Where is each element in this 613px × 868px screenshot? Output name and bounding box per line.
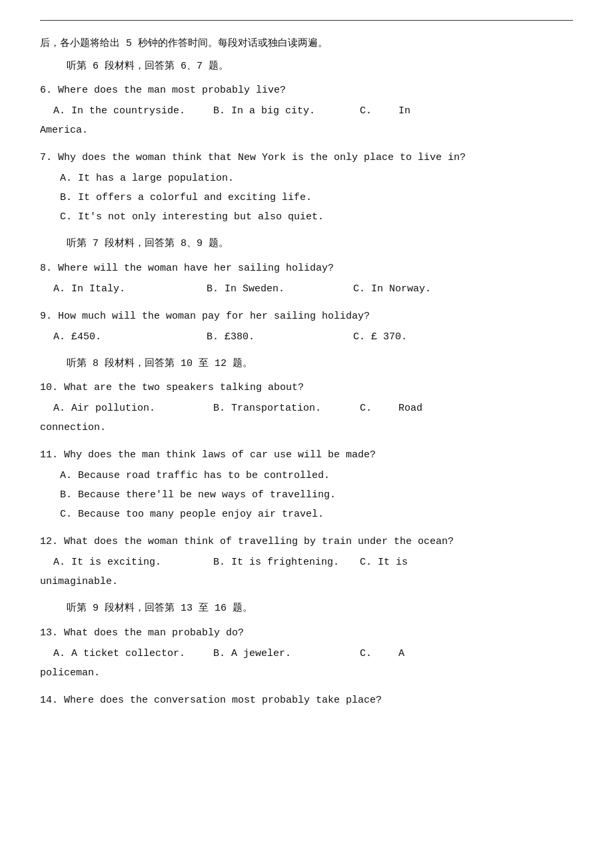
section-header: 听第 6 段材料，回答第 6、7 题。 [67,58,573,75]
question-block: 8. Where will the woman have her sailing… [40,259,573,298]
options-row: A. It is exciting.B. It is frightening.C… [40,553,573,571]
question-line: 9. How much will the woman pay for her s… [40,307,573,325]
continuation: America. [40,121,573,139]
option-block: C. It's not only interesting but also qu… [60,208,573,226]
option-block: A. Because road traffic has to be contro… [60,467,573,485]
option-block: B. It offers a colorful and exciting lif… [60,189,573,207]
question-block: 9. How much will the woman pay for her s… [40,307,573,346]
option-a: A. Air pollution. [53,399,213,417]
option-overflow: A [398,645,404,663]
continuation: policeman. [40,664,573,682]
option-block: B. Because there'll be new ways of trave… [60,486,573,504]
option: C. £ 370. [353,328,453,346]
option: B. £380. [207,328,353,346]
question-block: 7. Why does the woman think that New Yor… [40,149,573,226]
option-c: C. [360,399,372,417]
main-content: 听第 6 段材料，回答第 6、7 题。6. Where does the man… [40,58,573,709]
option: C. In Norway. [353,280,453,298]
question-line: 11. Why does the man think laws of car u… [40,446,573,464]
options-row: A. £450.B. £380.C. £ 370. [40,328,573,346]
question-block: 12. What does the woman think of travell… [40,533,573,591]
option-c: C. It is [360,553,408,571]
options-row: A. Air pollution.B. Transportation.C.Roa… [40,399,573,417]
options-row: A. In Italy.B. In Sweden.C. In Norway. [40,280,573,298]
option: B. In Sweden. [207,280,353,298]
continuation: connection. [40,419,573,437]
option-a: A. A ticket collector. [53,645,213,663]
section-header: 听第 7 段材料，回答第 8、9 题。 [67,235,573,253]
top-divider [40,20,573,21]
question-line: 7. Why does the woman think that New Yor… [40,149,573,167]
option-block: A. It has a large population. [60,169,573,187]
option-b: B. It is frightening. [213,553,360,571]
intro-text: 后，各小题将给出 5 秒钟的作答时间。每段对话或独白读两遍。 [40,35,573,53]
option-b: B. A jeweler. [213,645,360,663]
question-block: 11. Why does the man think laws of car u… [40,446,573,523]
continuation: unimaginable. [40,573,573,591]
question-line: 8. Where will the woman have her sailing… [40,259,573,277]
option-a: A. In the countryside. [53,102,213,120]
option-a: A. It is exciting. [53,553,213,571]
option-block: C. Because too many people enjoy air tra… [60,505,573,523]
question-line: 12. What does the woman think of travell… [40,533,573,551]
question-line: 13. What does the man probably do? [40,624,573,642]
options-row: A. In the countryside.B. In a big city.C… [40,102,573,120]
question-block: 14. Where does the conversation most pro… [40,691,573,709]
question-line: 6. Where does the man most probably live… [40,81,573,99]
question-block: 10. What are the two speakers talking ab… [40,379,573,437]
option: A. £450. [53,328,207,346]
option-overflow: Road [398,399,422,417]
question-line: 10. What are the two speakers talking ab… [40,379,573,397]
question-block: 6. Where does the man most probably live… [40,81,573,139]
option-c: C. [360,102,372,120]
option-overflow: In [398,102,410,120]
option-b: B. In a big city. [213,102,360,120]
section-header: 听第 9 段材料，回答第 13 至 16 题。 [67,600,573,617]
option-b: B. Transportation. [213,399,360,417]
options-row: A. A ticket collector.B. A jeweler.C.A [40,645,573,663]
option-c: C. [360,645,372,663]
question-line: 14. Where does the conversation most pro… [40,691,573,709]
option: A. In Italy. [53,280,207,298]
question-block: 13. What does the man probably do?A. A t… [40,624,573,682]
section-header: 听第 8 段材料，回答第 10 至 12 题。 [67,355,573,373]
